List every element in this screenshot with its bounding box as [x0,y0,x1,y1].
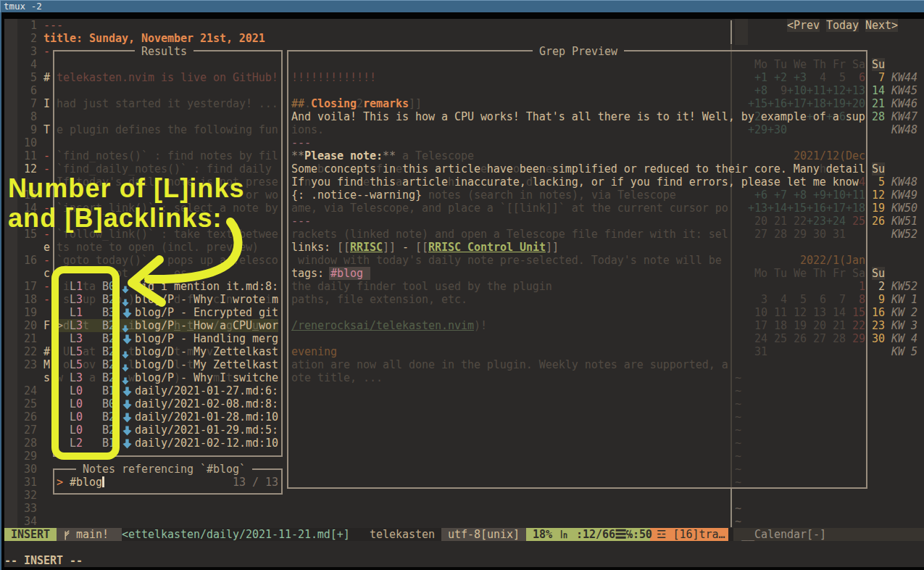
buffer-text-dim: i [63,280,70,293]
result-backlinks-count[interactable]: 3 [109,306,115,319]
preview-link-bracket: [[ [337,241,350,254]
result-backlinks-count[interactable]: 0 [109,397,115,410]
result-item[interactable]: blog/P - Encrypted git [135,306,278,319]
result-item[interactable]: daily/2021-02-12.md:10 [135,437,278,450]
result-backlinks-label[interactable]: B [102,280,109,293]
line-number: 30 [24,463,37,476]
result-links-label[interactable]: L [70,384,76,397]
result-backlinks-label[interactable]: B [102,437,109,450]
calendar-weekday-su: Su [872,267,885,280]
result-links-count[interactable]: 0 [76,384,83,397]
result-item[interactable]: did i mention it.md:8: [135,280,278,293]
result-links-count[interactable]: 5 [76,358,83,371]
prompt-input[interactable]: #blog [70,476,102,489]
result-links-label[interactable]: L [70,358,76,371]
buffer-text-dim: up [83,293,96,306]
result-backlinks-label[interactable]: B [102,319,109,332]
window-titlebar[interactable]: tmux -2 [0,0,924,12]
result-backlinks-label[interactable]: B [102,293,109,306]
calendar-next-button[interactable]: Next> [865,19,898,32]
line-number: 16 [24,254,37,267]
git-branch-label[interactable]: main! [76,528,109,541]
preview-float-title: Grep Preview [533,45,624,58]
result-links-count[interactable]: 2 [76,437,83,450]
calendar-day: 12 [872,189,885,202]
result-links-label[interactable]: L [70,424,76,437]
result-backlinks-count[interactable]: 2 [109,424,115,437]
result-backlinks-label[interactable]: B [102,384,109,397]
result-links-label[interactable]: L [70,397,76,410]
calendar-week-number: KW46 [891,97,917,110]
result-backlinks-count[interactable]: 2 [109,358,115,371]
result-links-label[interactable]: L [70,293,76,306]
result-links-label[interactable]: L [70,345,76,358]
calendar-day: 2 [878,280,885,293]
result-links-count[interactable]: 0 [76,397,83,410]
result-item[interactable]: daily/2021-01-29.md:5: [135,424,278,437]
result-links-count[interactable]: 1 [76,306,83,319]
calendar-day: 5 [878,175,885,189]
result-backlinks-label[interactable]: B [102,371,109,384]
result-links-count[interactable]: 5 [76,345,83,358]
down-arrow-glyph [122,308,132,318]
result-links-count[interactable]: 1 [76,280,83,293]
result-item[interactable]: blog/P - Handling merg [135,332,278,345]
result-backlinks-count[interactable]: 2 [109,293,115,306]
preview-bold-marker: ** [383,149,396,162]
result-backlinks-count[interactable]: 2 [109,319,115,332]
result-backlinks-label[interactable]: B [102,358,109,371]
result-backlinks-label[interactable]: B [102,332,109,345]
result-backlinks-label[interactable]: B [102,306,109,319]
result-links-label[interactable]: L [70,437,76,450]
buffer-text-dim: e plugin defines the following fun [57,123,278,136]
result-backlinks-label[interactable]: B [102,397,109,410]
result-item[interactable]: daily/2021-02-08.md:8: [135,397,278,410]
line-number: 10 [24,136,37,149]
result-links-label[interactable]: L [70,332,76,345]
result-links-count[interactable]: 0 [76,424,83,437]
result-links-count[interactable]: 3 [76,371,83,384]
buffer-text-dim: ov [83,358,96,371]
result-links-count[interactable]: 3 [76,332,83,345]
result-links-count[interactable]: 0 [76,410,83,424]
calendar-prev-button[interactable]: <Prev [787,19,820,32]
result-item[interactable]: daily/2021-01-27.md:6: [135,384,278,397]
buffer-text-dim: s [63,293,70,306]
result-item[interactable]: blog/P - How a CPU wor [135,319,278,332]
calendar-day: 14 [872,84,885,97]
result-backlinks-count[interactable]: 0 [109,280,115,293]
buffer-text-dim: ions. [291,123,324,136]
result-item[interactable]: daily/2021-01-28.md:10 [135,410,278,424]
buffer-text-dim: a [89,371,96,384]
result-backlinks-label[interactable]: B [102,410,109,424]
result-links-count[interactable]: 3 [76,319,83,332]
buffer-text-dim: `goto_today()` : pops up a Telesco [57,254,278,267]
result-backlinks-count[interactable]: 1 [109,384,115,397]
calendar-days-dim: +1 +2 +3 [754,71,807,84]
result-backlinks-count[interactable]: 2 [109,410,115,424]
buffer-text-dim: a Telescope [402,149,474,162]
line-number: 5 [30,71,37,84]
result-backlinks-count[interactable]: 1 [109,437,115,450]
results-float-title: Results [135,45,193,58]
arrow-glyph-path [122,352,128,359]
result-item[interactable]: blog/D - My Zettelkast [135,345,278,358]
result-links-label[interactable]: L [70,280,76,293]
result-links-label[interactable]: L [70,319,76,332]
result-links-label[interactable]: L [70,371,76,384]
result-backlinks-label[interactable]: B [102,424,109,437]
result-backlinks-count[interactable]: 2 [109,371,115,384]
result-links-label[interactable]: L [70,410,76,424]
result-item[interactable]: blog/P - Why I switche [135,371,278,384]
buffer-text-dim: ation are now all done in the plugin. We… [291,358,728,371]
result-backlinks-label[interactable]: B [102,345,109,358]
result-item[interactable]: blog/D - My Zettelkast [135,358,278,371]
result-backlinks-count[interactable]: 2 [109,345,115,358]
preview-text: Please note: [304,149,383,162]
result-links-count[interactable]: 3 [76,293,83,306]
result-backlinks-count[interactable]: 2 [109,332,115,345]
calendar-today-button[interactable]: Today [826,19,859,32]
result-item[interactable]: blog/P - Why I wrote m [135,293,278,306]
branch-glyph-path [65,531,69,540]
result-links-label[interactable]: L [70,306,76,319]
